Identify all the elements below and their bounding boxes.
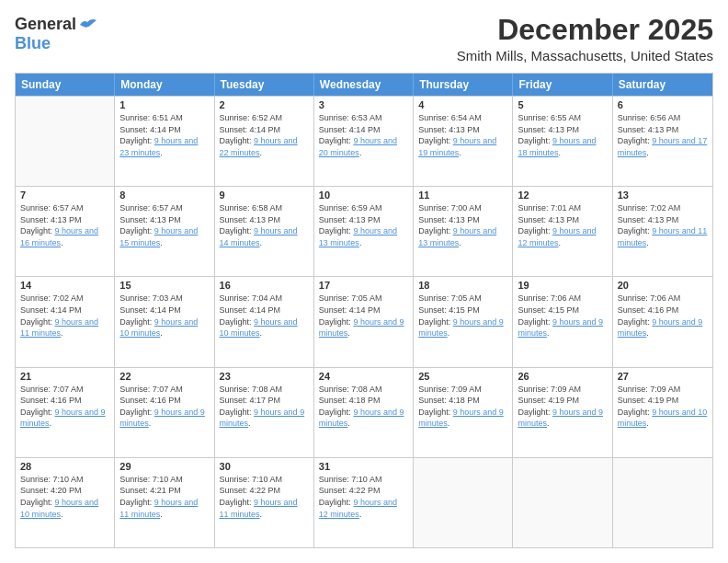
cal-cell: 18Sunrise: 7:05 AMSunset: 4:15 PMDayligh… xyxy=(414,277,513,366)
cal-cell: 3Sunrise: 6:53 AMSunset: 4:14 PMDaylight… xyxy=(314,97,414,186)
sunrise-text: Sunrise: 6:56 AM xyxy=(618,112,708,124)
cal-cell: 7Sunrise: 6:57 AMSunset: 4:13 PMDaylight… xyxy=(16,187,115,276)
daylight-text: Daylight: 9 hours and 20 minutes. xyxy=(319,135,408,158)
daylight-period: . xyxy=(61,238,63,247)
daylight-text: Daylight: 9 hours and 13 minutes. xyxy=(319,225,408,248)
logo: General Blue xyxy=(15,15,98,53)
sunset-text: Sunset: 4:16 PM xyxy=(20,395,109,407)
cal-cell: 6Sunrise: 6:56 AMSunset: 4:13 PMDaylight… xyxy=(613,97,712,186)
sunrise-text: Sunrise: 6:57 AM xyxy=(20,202,109,214)
sunrise-text: Sunrise: 7:09 AM xyxy=(518,384,607,396)
daylight-period: . xyxy=(347,419,350,428)
daylight-label: Daylight: xyxy=(418,136,453,145)
cal-cell xyxy=(16,97,115,186)
day-info: Sunrise: 7:05 AMSunset: 4:15 PMDaylight:… xyxy=(418,293,507,339)
cal-week-1: 7Sunrise: 6:57 AMSunset: 4:13 PMDaylight… xyxy=(16,186,712,276)
logo-general: General xyxy=(15,15,76,34)
daylight-period: . xyxy=(646,419,649,428)
sunrise-text: Sunrise: 6:52 AM xyxy=(220,112,309,124)
cal-header-tuesday: Tuesday xyxy=(215,74,314,96)
daylight-text: Daylight: 9 hours and 12 minutes. xyxy=(319,497,408,520)
day-number: 13 xyxy=(618,190,708,201)
sunrise-text: Sunrise: 7:08 AM xyxy=(319,384,408,396)
day-number: 7 xyxy=(20,190,109,201)
cal-cell: 26Sunrise: 7:09 AMSunset: 4:19 PMDayligh… xyxy=(513,368,612,457)
daylight-text: Daylight: 9 hours and 14 minutes. xyxy=(220,225,309,248)
sunrise-text: Sunrise: 6:54 AM xyxy=(418,112,507,124)
cal-week-0: 1Sunrise: 6:51 AMSunset: 4:14 PMDaylight… xyxy=(16,96,712,186)
daylight-period: . xyxy=(646,238,649,247)
calendar-body: 1Sunrise: 6:51 AMSunset: 4:14 PMDaylight… xyxy=(16,96,712,547)
daylight-label: Daylight: xyxy=(618,317,653,327)
sunrise-text: Sunrise: 6:59 AM xyxy=(319,202,408,214)
sunrise-text: Sunrise: 7:00 AM xyxy=(418,202,507,214)
cal-header-friday: Friday xyxy=(513,74,612,96)
daylight-period: . xyxy=(160,238,163,247)
day-number: 4 xyxy=(418,99,507,110)
sunset-text: Sunset: 4:14 PM xyxy=(319,304,408,316)
sunrise-text: Sunrise: 7:09 AM xyxy=(418,384,507,396)
cal-cell: 30Sunrise: 7:10 AMSunset: 4:22 PMDayligh… xyxy=(215,458,314,547)
cal-cell: 31Sunrise: 7:10 AMSunset: 4:22 PMDayligh… xyxy=(314,458,414,547)
daylight-label: Daylight: xyxy=(518,317,552,327)
daylight-period: . xyxy=(646,148,649,157)
sunset-text: Sunset: 4:17 PM xyxy=(220,395,309,407)
day-info: Sunrise: 7:03 AMSunset: 4:14 PMDaylight:… xyxy=(119,293,209,339)
daylight-period: . xyxy=(359,510,362,519)
day-number: 22 xyxy=(119,371,209,382)
daylight-text: Daylight: 9 hours and 9 minutes. xyxy=(618,316,708,339)
sunrise-text: Sunrise: 7:05 AM xyxy=(418,293,507,304)
day-number: 15 xyxy=(119,280,209,291)
sunset-text: Sunset: 4:15 PM xyxy=(518,304,607,316)
day-info: Sunrise: 6:58 AMSunset: 4:13 PMDaylight:… xyxy=(220,202,309,248)
sunrise-text: Sunrise: 7:04 AM xyxy=(220,293,309,304)
title-area: December 2025 Smith Mills, Massachusetts… xyxy=(457,15,713,63)
daylight-period: . xyxy=(149,419,152,428)
daylight-text: Daylight: 9 hours and 10 minutes. xyxy=(220,316,309,339)
sunrise-text: Sunrise: 7:05 AM xyxy=(319,293,408,304)
daylight-label: Daylight: xyxy=(618,226,653,236)
daylight-period: . xyxy=(347,328,350,338)
sunrise-text: Sunrise: 7:06 AM xyxy=(618,293,708,304)
sunrise-text: Sunrise: 7:07 AM xyxy=(119,384,209,396)
sunrise-text: Sunrise: 7:07 AM xyxy=(20,384,109,396)
daylight-period: . xyxy=(359,148,362,157)
cal-cell: 16Sunrise: 7:04 AMSunset: 4:14 PMDayligh… xyxy=(215,277,314,366)
daylight-label: Daylight: xyxy=(20,226,55,236)
logo-bird-icon xyxy=(78,17,98,32)
daylight-label: Daylight: xyxy=(518,136,552,145)
daylight-label: Daylight: xyxy=(319,498,354,507)
sunset-text: Sunset: 4:19 PM xyxy=(618,395,708,407)
day-number: 12 xyxy=(518,190,607,201)
daylight-text: Daylight: 9 hours and 11 minutes. xyxy=(618,225,708,248)
daylight-period: . xyxy=(448,419,450,428)
daylight-text: Daylight: 9 hours and 9 minutes. xyxy=(319,407,408,430)
day-info: Sunrise: 7:01 AMSunset: 4:13 PMDaylight:… xyxy=(518,202,607,248)
daylight-text: Daylight: 9 hours and 12 minutes. xyxy=(518,225,607,248)
sunrise-text: Sunrise: 6:57 AM xyxy=(119,202,209,214)
daylight-label: Daylight: xyxy=(518,226,552,236)
day-number: 9 xyxy=(220,190,309,201)
daylight-label: Daylight: xyxy=(119,136,154,145)
day-number: 17 xyxy=(319,280,408,291)
cal-cell: 22Sunrise: 7:07 AMSunset: 4:16 PMDayligh… xyxy=(115,368,214,457)
calendar-header-row: SundayMondayTuesdayWednesdayThursdayFrid… xyxy=(16,74,712,96)
daylight-text: Daylight: 9 hours and 10 minutes. xyxy=(618,407,708,430)
cal-cell: 10Sunrise: 6:59 AMSunset: 4:13 PMDayligh… xyxy=(314,187,414,276)
cal-cell: 13Sunrise: 7:02 AMSunset: 4:13 PMDayligh… xyxy=(613,187,712,276)
day-info: Sunrise: 7:08 AMSunset: 4:17 PMDaylight:… xyxy=(220,384,309,430)
sunrise-text: Sunrise: 7:02 AM xyxy=(20,293,109,304)
daylight-label: Daylight: xyxy=(319,226,354,236)
sunset-text: Sunset: 4:18 PM xyxy=(319,395,408,407)
daylight-text: Daylight: 9 hours and 13 minutes. xyxy=(418,225,507,248)
day-number: 30 xyxy=(220,461,309,472)
cal-cell xyxy=(414,458,513,547)
sunset-text: Sunset: 4:19 PM xyxy=(518,395,607,407)
day-number: 2 xyxy=(220,99,309,110)
cal-cell: 24Sunrise: 7:08 AMSunset: 4:18 PMDayligh… xyxy=(314,368,414,457)
daylight-period: . xyxy=(61,510,63,519)
day-number: 1 xyxy=(119,99,209,110)
day-info: Sunrise: 6:52 AMSunset: 4:14 PMDaylight:… xyxy=(220,112,309,158)
daylight-period: . xyxy=(260,148,263,157)
sunset-text: Sunset: 4:20 PM xyxy=(20,485,109,497)
